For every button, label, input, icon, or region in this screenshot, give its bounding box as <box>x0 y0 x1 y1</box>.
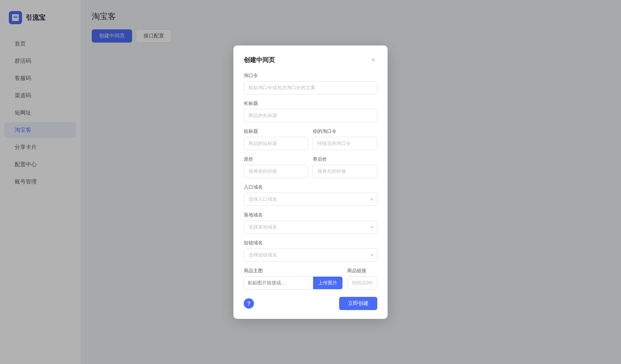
coupon-price-label: 券后价 <box>313 156 377 163</box>
modal: 创建中间页 × 淘口令 长标题 短标题 你的淘口令 <box>233 46 388 319</box>
landing-domain-label: 落地域名 <box>244 212 377 218</box>
short-title-taokouling-section: 短标题 你的淘口令 <box>244 128 377 150</box>
price-row: 原价 券后价 <box>244 156 377 178</box>
modal-footer: ? 立即创建 <box>244 297 377 310</box>
landing-domain-select[interactable]: 选择落地域名 <box>244 221 377 234</box>
price-section: 原价 券后价 <box>244 156 377 178</box>
long-title-label: 长标题 <box>244 100 377 107</box>
short-domain-section: 短链域名 选择短链域名 <box>244 240 377 262</box>
product-image-input[interactable] <box>244 277 313 289</box>
short-domain-wrapper: 选择短链域名 <box>244 248 377 262</box>
modal-header: 创建中间页 × <box>244 56 377 64</box>
upload-image-button[interactable]: 上传图片 <box>313 277 342 289</box>
your-taokouling-input[interactable] <box>313 137 377 150</box>
entry-domain-wrapper: 选择入口域名 <box>244 193 377 206</box>
entry-domain-select[interactable]: 选择入口域名 <box>244 193 377 206</box>
long-title-section: 长标题 <box>244 100 377 122</box>
your-taokouling-label: 你的淘口令 <box>313 128 377 135</box>
short-title-col: 短标题 <box>244 128 308 150</box>
modal-close-button[interactable]: × <box>369 56 377 64</box>
coupon-price-col: 券后价 <box>313 156 377 178</box>
your-taokouling-col: 你的淘口令 <box>313 128 377 150</box>
short-title-taokouling-row: 短标题 你的淘口令 <box>244 128 377 150</box>
original-price-label: 原价 <box>244 156 308 163</box>
product-image-col: 商品主图 上传图片 <box>244 267 343 290</box>
taokouling-input[interactable] <box>244 81 377 94</box>
product-link-input[interactable] <box>347 276 377 290</box>
long-title-input[interactable] <box>244 109 377 122</box>
product-image-label: 商品主图 <box>244 267 343 274</box>
product-link-col: 商品链接 <box>347 267 377 290</box>
coupon-price-input[interactable] <box>313 165 377 178</box>
short-domain-label: 短链域名 <box>244 240 377 246</box>
short-title-label: 短标题 <box>244 128 308 135</box>
create-now-button[interactable]: 立即创建 <box>339 297 377 310</box>
image-upload-row: 上传图片 <box>244 276 343 290</box>
product-image-link-section: 商品主图 上传图片 商品链接 <box>244 267 377 290</box>
entry-domain-section: 入口域名 选择入口域名 <box>244 184 377 206</box>
landing-domain-section: 落地域名 选择落地域名 <box>244 212 377 234</box>
product-link-label: 商品链接 <box>347 267 377 274</box>
taokouling-section: 淘口令 <box>244 72 377 94</box>
short-domain-select[interactable]: 选择短链域名 <box>244 248 377 262</box>
modal-title: 创建中间页 <box>244 56 275 64</box>
modal-overlay: 创建中间页 × 淘口令 长标题 短标题 你的淘口令 <box>0 0 621 364</box>
original-price-col: 原价 <box>244 156 308 178</box>
landing-domain-wrapper: 选择落地域名 <box>244 221 377 234</box>
original-price-input[interactable] <box>244 165 308 178</box>
help-button[interactable]: ? <box>244 298 254 309</box>
short-title-input[interactable] <box>244 137 308 150</box>
entry-domain-label: 入口域名 <box>244 184 377 190</box>
taokouling-label: 淘口令 <box>244 72 377 79</box>
product-image-link-row: 商品主图 上传图片 商品链接 <box>244 267 377 290</box>
